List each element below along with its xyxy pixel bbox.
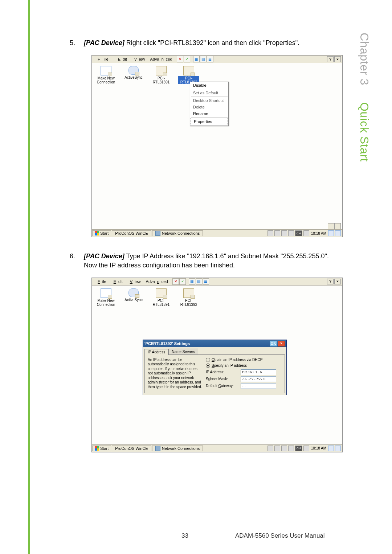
taskbar-network-connections-2[interactable]: Network Connections bbox=[152, 446, 203, 451]
context-properties[interactable]: Properties bbox=[191, 118, 228, 125]
pci-rtl81391-icon[interactable]: PCI-RTL81391 bbox=[151, 66, 172, 84]
content-area: 5. [PAC Device] Right click "PCI-RTL8139… bbox=[70, 38, 342, 467]
tool-delete-icon[interactable]: ✕ bbox=[177, 56, 183, 62]
tray-end-icon-2[interactable] bbox=[335, 446, 341, 451]
tray-ime-ch-2[interactable]: CH bbox=[295, 446, 302, 451]
pci-rtl81391-icon-2[interactable]: PCI-RTL81391 bbox=[151, 288, 172, 307]
taskbar: Start ProConOS WinCE Network Connections… bbox=[92, 229, 342, 237]
tray-icon-3[interactable] bbox=[281, 230, 287, 236]
tool-view-small-icon[interactable]: ▤ bbox=[200, 56, 207, 62]
input-ip-address[interactable]: 192.168. 1 . 6 bbox=[241, 369, 276, 375]
tool-view-large-icon-2[interactable]: ▦ bbox=[189, 278, 195, 285]
sip-keyboard-icon[interactable] bbox=[328, 223, 334, 230]
tray-network-icon-2[interactable] bbox=[303, 446, 309, 451]
taskbar-proconos[interactable]: ProConOS WinCE bbox=[112, 230, 151, 236]
dialog-titlebar: 'PCI\RTL81392' Settings OK × bbox=[143, 340, 286, 347]
label-ip: IP Address: bbox=[206, 370, 238, 374]
close-button[interactable]: × bbox=[334, 56, 341, 62]
screenshot-ip-settings: File Edit View Advanced ✕ ✓ ▦ ▤ ☰ ? × Ma… bbox=[91, 278, 343, 452]
tray-icon-1b[interactable] bbox=[268, 446, 273, 451]
sip-arrow-icon[interactable] bbox=[334, 223, 341, 230]
start-button[interactable]: Start bbox=[92, 230, 111, 236]
windows-flag-icon-2 bbox=[95, 446, 99, 451]
tool-properties-icon[interactable]: ✓ bbox=[184, 56, 190, 62]
taskbar-2: Start ProConOS WinCE Network Connections… bbox=[92, 444, 342, 452]
side-heading-chapter: Chapter 3 bbox=[358, 33, 371, 85]
tray-icon-2b[interactable] bbox=[274, 446, 280, 451]
help-button-2[interactable]: ? bbox=[327, 279, 334, 284]
input-default-gateway[interactable]: . . . bbox=[241, 383, 276, 389]
menu-view[interactable]: View bbox=[130, 56, 147, 62]
network-icon bbox=[155, 231, 160, 236]
make-new-connection-icon-2[interactable]: Make NewConnection bbox=[95, 288, 117, 307]
tray-icon-4[interactable] bbox=[288, 230, 294, 236]
tray-icon-3b[interactable] bbox=[281, 446, 287, 451]
tray-end-icon[interactable] bbox=[335, 230, 341, 236]
dialog-description: An IP address can be automatically assig… bbox=[148, 358, 202, 390]
input-subnet-mask[interactable]: 255 .255 .255. 0 bbox=[241, 376, 276, 382]
system-tray: CH 10:18 AM bbox=[268, 230, 342, 236]
screenshot-context-menu: File Edit View Advanced ✕ ✓ ▦ ▤ ☰ ? × Ma… bbox=[91, 55, 343, 237]
close-button-2[interactable]: × bbox=[334, 279, 341, 284]
taskbar-network-connections[interactable]: Network Connections bbox=[152, 230, 203, 236]
system-tray-2: CH 10:18 AM bbox=[268, 446, 342, 451]
dialog-title: 'PCI\RTL81392' Settings bbox=[144, 341, 190, 346]
dialog-body: An IP address can be automatically assig… bbox=[144, 354, 285, 393]
menu-advanced[interactable]: Advanced bbox=[148, 56, 175, 62]
activesync-icon[interactable]: ActiveSync bbox=[123, 66, 144, 79]
clock-2: 10:18 AM bbox=[310, 446, 327, 450]
side-green-bar bbox=[28, 0, 30, 554]
pci-rtl81392-icon-2[interactable]: PCI-RTL81392 bbox=[178, 288, 199, 307]
step-6: 6. [PAC Device] Type IP Address like "19… bbox=[70, 252, 342, 270]
menu-file[interactable]: File bbox=[93, 56, 113, 62]
toolbar-buttons: ✕ ✓ ▦ ▤ ☰ bbox=[177, 56, 213, 62]
dialog-ok-button[interactable]: OK bbox=[270, 341, 277, 346]
tool-view-large-icon[interactable]: ▦ bbox=[193, 56, 200, 62]
tray-desktop-icon[interactable] bbox=[328, 230, 334, 236]
sip-panel bbox=[328, 223, 341, 230]
tab-ip-address[interactable]: IP Address bbox=[144, 349, 168, 355]
help-button[interactable]: ? bbox=[327, 56, 334, 62]
doc-title: ADAM-5560 Series User Manual bbox=[235, 532, 325, 539]
tool-view-details-icon[interactable]: ☰ bbox=[207, 56, 213, 62]
menu-edit-2[interactable]: Edit bbox=[109, 279, 125, 284]
tool-delete-icon-2[interactable]: ✕ bbox=[172, 278, 179, 285]
context-set-default[interactable]: Set as Default bbox=[190, 90, 228, 96]
tray-desktop-icon-2[interactable] bbox=[328, 446, 334, 451]
context-delete[interactable]: Delete bbox=[190, 104, 228, 110]
taskbar-proconos-2[interactable]: ProConOS WinCE bbox=[112, 446, 151, 451]
start-button-2[interactable]: Start bbox=[92, 446, 111, 451]
radio-dhcp[interactable]: Obtain an IP address via DHCP bbox=[206, 358, 282, 362]
settings-dialog: 'PCI\RTL81392' Settings OK × IP Address … bbox=[143, 340, 287, 395]
tray-network-icon[interactable] bbox=[303, 230, 309, 236]
tray-icon-2[interactable] bbox=[274, 230, 280, 236]
page-number: 33 bbox=[181, 532, 188, 539]
tab-name-servers[interactable]: Name Servers bbox=[168, 349, 198, 354]
context-menu: Disable Set as Default Desktop Shortcut … bbox=[190, 82, 229, 126]
side-heading: Chapter 3 Quick Start bbox=[358, 33, 371, 162]
context-rename[interactable]: Rename bbox=[190, 110, 228, 117]
connections-icon-area-2: Make NewConnection ActiveSync PCI-RTL813… bbox=[92, 286, 342, 308]
tool-view-small-icon-2[interactable]: ▤ bbox=[196, 278, 202, 285]
menu-file-2[interactable]: File bbox=[93, 279, 109, 284]
tool-properties-icon-2[interactable]: ✓ bbox=[179, 278, 186, 285]
context-disable[interactable]: Disable bbox=[190, 82, 228, 89]
network-icon-2 bbox=[155, 446, 160, 451]
menu-advanced-2[interactable]: Advanced bbox=[144, 279, 170, 284]
tray-icon-4b[interactable] bbox=[288, 446, 294, 451]
toolbar-buttons-2: ✕ ✓ ▦ ▤ ☰ bbox=[172, 278, 209, 285]
menu-edit[interactable]: Edit bbox=[114, 56, 129, 62]
side-heading-title: Quick Start bbox=[358, 102, 371, 162]
activesync-icon-2[interactable]: ActiveSync bbox=[123, 288, 144, 302]
context-desktop-shortcut[interactable]: Desktop Shortcut bbox=[190, 97, 228, 104]
radio-specify[interactable]: Specify an IP address bbox=[206, 364, 282, 368]
window-controls: ? × bbox=[327, 56, 341, 62]
dialog-close-button[interactable]: × bbox=[278, 341, 285, 346]
tray-ime-ch[interactable]: CH bbox=[295, 230, 302, 236]
window-controls-2: ? × bbox=[327, 279, 341, 284]
tray-icon-1[interactable] bbox=[268, 230, 273, 236]
make-new-connection-icon[interactable]: Make NewConnection bbox=[95, 66, 117, 84]
dialog-tabs: IP Address Name Servers bbox=[144, 349, 285, 354]
tool-view-details-icon-2[interactable]: ☰ bbox=[203, 278, 209, 285]
menu-view-2[interactable]: View bbox=[126, 279, 143, 284]
